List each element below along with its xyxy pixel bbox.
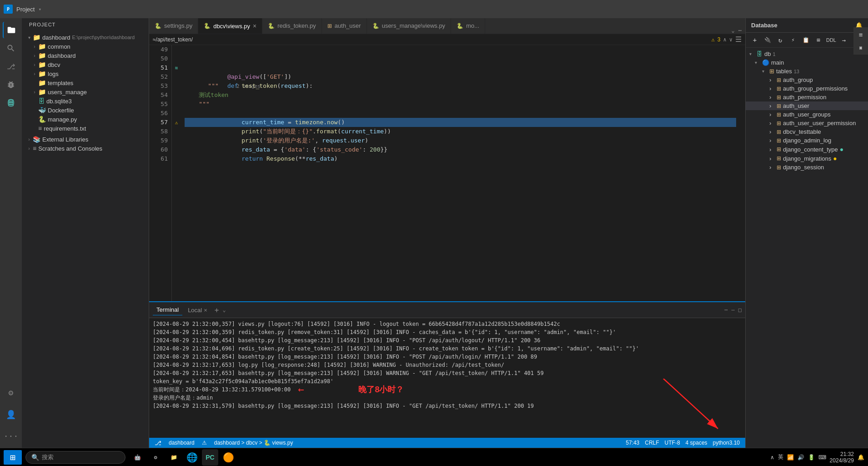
db-right-icon-2[interactable]: ▣ [855, 42, 866, 53]
tree-item-requirements[interactable]: › ≡ requirements.txt [22, 124, 149, 133]
db-tree-auth-group[interactable]: › ⊞ auth_group [746, 76, 868, 84]
db-copy-btn[interactable]: 📋 [800, 35, 811, 46]
db-tree-tables[interactable]: ▾ ⊞ tables 13 [746, 67, 868, 76]
db-tree-root[interactable]: ▾ 🗄 db 1 [746, 50, 868, 58]
gutter-col: ≋ ⚠ [172, 45, 181, 301]
tab-redis-token[interactable]: 🐍 redis_token.py [262, 18, 322, 34]
terminal-dropdown-btn[interactable]: ⌄ [222, 307, 226, 313]
terminal-maximize-btn[interactable]: □ [738, 307, 742, 313]
tab-mo[interactable]: 🐍 mo... [451, 18, 485, 34]
taskbar-app-orange[interactable]: 🟠 [220, 449, 236, 466]
db-tree-auth-user-perm[interactable]: › ⊞ auth_user_user_permission [746, 119, 868, 127]
taskbar-app-gear[interactable]: ⚙ [147, 449, 164, 466]
taskbar-app-robot[interactable]: 🤖 [129, 449, 146, 466]
tab-dbcv-close[interactable]: × [253, 23, 256, 29]
taskbar-search-box[interactable]: 🔍 搜索 [25, 451, 125, 464]
db-tree-django-session[interactable]: › ⊞ django_session [746, 163, 868, 172]
sidebar-icon-explorer[interactable] [3, 22, 19, 38]
db-tree-auth-group-perms[interactable]: › ⊞ auth_group_permissions [746, 84, 868, 93]
status-branch[interactable]: dashboard [169, 440, 195, 446]
systray-wifi[interactable]: 📶 [787, 454, 794, 461]
editor-settings-btn[interactable]: ☰ [735, 35, 742, 44]
terminal-more-btn[interactable]: ⋯ [724, 307, 728, 313]
line-num-56: 56 [153, 109, 168, 118]
tab-overflow-btn[interactable]: ⌄ [732, 27, 735, 34]
terminal-local-close[interactable]: × [204, 307, 207, 314]
tab-more-btn[interactable]: ⋯ [738, 27, 742, 34]
status-position[interactable]: 57:43 [626, 440, 639, 446]
sidebar-icon-git[interactable]: ⎇ [3, 58, 19, 75]
sidebar-icons: ⎇ ⚙ 👤 ··· [0, 18, 22, 448]
db-ddl-btn[interactable]: DDL [826, 35, 837, 46]
code-content[interactable]: @api_view(['GET']) 2 usages def test_tok… [181, 45, 740, 301]
project-label[interactable]: Project [16, 6, 35, 13]
db-tree-django-migrations[interactable]: › ⊞ django_migrations ● [746, 154, 868, 163]
db-right-icon-1[interactable]: ≡ [855, 29, 866, 40]
tree-item-scratches[interactable]: › ≡ Scratches and Consoles [22, 144, 149, 153]
sidebar-icon-database[interactable] [3, 95, 19, 111]
tree-item-common[interactable]: › 📁 common [22, 42, 149, 51]
tab-dbcv-views-py[interactable]: 🐍 dbcv\views.py × [198, 18, 262, 34]
db-query-btn[interactable]: ⚡ [788, 35, 798, 46]
db-refresh-btn[interactable]: ↻ [775, 35, 786, 46]
systray-input[interactable]: ⌨ [818, 454, 826, 461]
tree-item-logs[interactable]: › 📁 logs [22, 69, 149, 78]
error-nav-up[interactable]: ∧ [723, 36, 727, 43]
db-table-btn[interactable]: ⊞ [813, 35, 824, 46]
taskbar-start-btn[interactable]: ⊞ [4, 450, 22, 465]
db-add-btn[interactable]: + [749, 35, 760, 46]
terminal-tab-terminal[interactable]: Terminal [153, 304, 182, 315]
dbcv-chevron: › [31, 62, 38, 67]
db-tree-auth-user[interactable]: › ⊞ auth_user [746, 101, 868, 110]
tree-item-db-sqlite[interactable]: › 🗄 db.sqlite3 [22, 96, 149, 106]
db-tree-auth-user-groups[interactable]: › ⊞ auth_user_groups [746, 110, 868, 119]
tab-users-manage-views[interactable]: 🐍 users_manage\views.py [367, 18, 451, 34]
status-line-ending[interactable]: CRLF [645, 440, 659, 446]
sidebar-icon-more[interactable]: ··· [3, 428, 19, 444]
tab-settings-py[interactable]: 🐍 settings.py [149, 18, 198, 34]
db-connect-btn[interactable]: 🔌 [762, 35, 773, 46]
taskbar-app-pycharm[interactable]: PC [202, 449, 218, 466]
sidebar-icon-debug[interactable] [3, 76, 19, 93]
status-path[interactable]: dashboard > dbcv > 🐍 views.py [214, 440, 293, 446]
tree-item-dbcv[interactable]: › 📁 dbcv [22, 60, 149, 69]
tree-item-manage-py[interactable]: › 🐍 manage.py [22, 115, 149, 124]
line-num-57: 57 [153, 118, 168, 127]
terminal-minimize-btn[interactable]: — [732, 307, 735, 313]
terminal-add-btn[interactable]: + [215, 306, 219, 314]
sidebar-icon-account[interactable]: 👤 [3, 406, 19, 422]
status-encoding[interactable]: UTF-8 [665, 440, 680, 446]
db-auth-group-icon: ⊞ [777, 77, 781, 83]
error-nav-down[interactable]: ∨ [729, 36, 733, 43]
systray-lang[interactable]: 英 [778, 453, 783, 461]
tree-item-dockerfile[interactable]: › 🐳 Dockerfile [22, 106, 149, 115]
db-forward-btn[interactable]: → [838, 35, 849, 46]
tab-auth-user[interactable]: ⊞ auth_user [322, 18, 367, 34]
taskbar-app-folder[interactable]: 📁 [166, 449, 182, 466]
terminal-tab-local[interactable]: Local × [184, 305, 211, 315]
sidebar-icon-search[interactable] [3, 40, 19, 56]
tree-item-users-manage[interactable]: › 📁 users_manage [22, 87, 149, 96]
tree-item-dashboard-sub[interactable]: › 📁 dashboard [22, 51, 149, 60]
systray-up-arrow[interactable]: ∧ [770, 454, 774, 461]
status-indent[interactable]: 4 spaces [686, 440, 707, 446]
tree-root-dashboard[interactable]: ▾ 📁 dashboard E:\project\python\dashboar… [22, 33, 149, 42]
terminal-container: Terminal Local × + ⌄ ⋯ — □ [2024-08-29 2… [149, 301, 745, 438]
systray-notification[interactable]: 🔔 [858, 454, 864, 461]
db-tree-django-content-type[interactable]: › ⊞ django_content_type ● [746, 145, 868, 154]
db-tree-dbcv-testtable[interactable]: › ⊞ dbcv_testtable [746, 127, 868, 136]
systray-battery[interactable]: 🔋 [808, 454, 815, 461]
tree-item-external-libs[interactable]: › 📚 External Libraries [22, 135, 149, 144]
status-language[interactable]: python3.10 [713, 440, 740, 446]
taskbar-clock[interactable]: 21:32 2024/8/29 [830, 451, 854, 464]
systray-speaker[interactable]: 🔊 [798, 454, 804, 461]
sidebar-icon-settings[interactable]: ⚙ [3, 384, 19, 400]
db-tree-django-admin-log[interactable]: › ⊞ django_admin_log [746, 136, 868, 145]
project-chevron[interactable]: ▾ [38, 6, 41, 12]
db-tree-main[interactable]: ▾ 🔵 main [746, 58, 868, 67]
taskbar-app-edge[interactable]: 🌐 [184, 449, 200, 466]
terminal-content[interactable]: [2024-08-29 21:32:00,357] views.py [logo… [149, 318, 745, 438]
editor-scrollbar[interactable] [740, 45, 745, 301]
tree-item-templates[interactable]: › 📁 templates [22, 78, 149, 87]
db-tree-auth-permission[interactable]: › ⊞ auth_permission [746, 93, 868, 101]
